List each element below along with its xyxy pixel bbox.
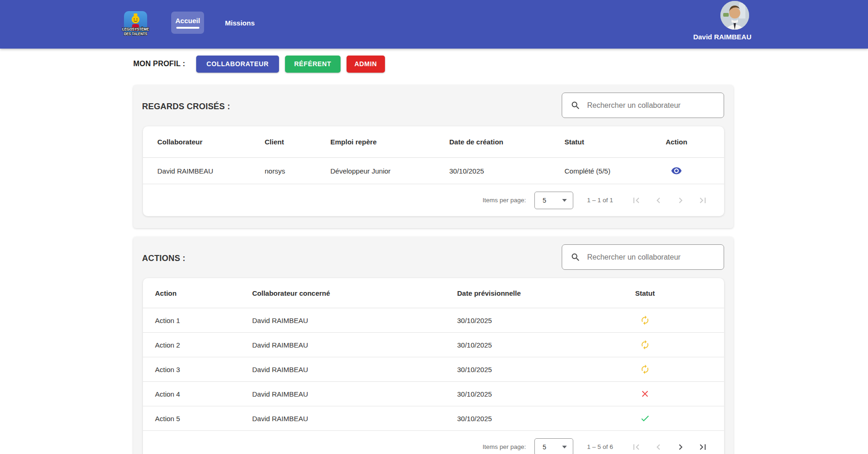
cell-collaborateur: David RAIMBEAU (157, 167, 265, 175)
nav-item-label: Accueil (175, 17, 200, 25)
actions-card: ACTIONS : Action Collaborateur concerné … (133, 237, 733, 454)
column-header: Date prévisionnelle (457, 289, 635, 297)
column-header: Statut (635, 289, 655, 297)
table-row: Action 2 David RAIMBEAU 30/10/2025 (143, 333, 724, 357)
cell-action: Action 5 (155, 415, 252, 423)
table-row: Action 3 David RAIMBEAU 30/10/2025 (143, 357, 724, 382)
regards-search-box (562, 93, 724, 118)
prev-page-icon (653, 442, 664, 453)
cell-date: 30/10/2025 (457, 317, 635, 324)
last-page-icon (697, 442, 708, 453)
next-page-icon (675, 442, 686, 453)
cell-date: 30/10/2025 (457, 390, 635, 398)
previous-page-button[interactable] (647, 189, 670, 211)
table-row: Action 1 David RAIMBEAU 30/10/2025 (143, 308, 724, 333)
column-header: Date de création (449, 138, 564, 146)
cell-collaborateur: David RAIMBEAU (252, 341, 457, 349)
cell-collaborateur: David RAIMBEAU (252, 390, 457, 398)
prev-page-icon (653, 195, 664, 206)
cell-action: Action 4 (155, 390, 252, 398)
cell-action: Action 2 (155, 341, 252, 349)
main-nav: Accueil Missions (171, 12, 259, 34)
cell-collaborateur: David RAIMBEAU (252, 317, 457, 324)
active-tab-underline (176, 27, 199, 29)
cell-action: Action 1 (155, 317, 252, 324)
close-icon (640, 389, 650, 399)
regards-croises-card: REGARDS CROISÉS : Collaborateur Client E… (133, 85, 733, 228)
sync-icon (640, 364, 650, 374)
first-page-button[interactable] (625, 436, 647, 454)
avatar-photo (720, 1, 749, 30)
page-range-label: 1 – 5 of 6 (587, 443, 613, 450)
sync-icon (640, 315, 650, 325)
table-row: Action 5 David RAIMBEAU 30/10/2025 (143, 406, 724, 431)
role-referent-button[interactable]: RÉFÉRENT (285, 56, 341, 73)
actions-search-box (562, 244, 724, 270)
first-page-icon (631, 442, 642, 453)
page-range-label: 1 – 1 of 1 (587, 197, 613, 204)
regards-paginator: Items per page: 5 1 – 1 of 1 (143, 184, 724, 216)
next-page-button[interactable] (670, 436, 692, 454)
user-name: David RAIMBEAU (693, 33, 751, 41)
items-per-page-label: Items per page: (483, 443, 526, 450)
page-size-select[interactable]: 5 (534, 438, 573, 454)
cell-statut: Complété (5/5) (564, 167, 665, 175)
column-header: Action (155, 289, 252, 297)
profile-label: MON PROFIL : (133, 60, 185, 68)
page-size-select[interactable]: 5 (534, 192, 573, 209)
logo-text-line2: DES TALENTS (124, 31, 147, 36)
first-page-button[interactable] (625, 189, 647, 211)
lego-logo-icon: LEGOSYSTÈME DES TALENTS (120, 11, 151, 37)
profile-row: MON PROFIL : COLLABORATEUR RÉFÉRENT ADMI… (133, 55, 391, 73)
table-row: Action 4 David RAIMBEAU 30/10/2025 (143, 382, 724, 406)
column-header: Collaborateur (157, 138, 265, 146)
last-page-button[interactable] (692, 436, 714, 454)
eye-icon (671, 165, 682, 176)
nav-item-accueil[interactable]: Accueil (171, 12, 204, 34)
avatar[interactable] (720, 1, 749, 30)
cell-date: 30/10/2025 (457, 341, 635, 349)
cell-date: 30/10/2025 (449, 167, 564, 175)
first-page-icon (631, 195, 642, 206)
regards-table: Collaborateur Client Emploi repère Date … (143, 126, 724, 216)
actions-table-header: Action Collaborateur concerné Date prévi… (143, 278, 724, 308)
regards-search-input[interactable] (587, 101, 717, 110)
previous-page-button[interactable] (647, 436, 670, 454)
page-size-value: 5 (543, 197, 546, 204)
search-icon (570, 252, 581, 262)
role-collaborateur-button[interactable]: COLLABORATEUR (196, 56, 279, 73)
nav-item-missions[interactable]: Missions (221, 12, 259, 34)
app-logo[interactable]: LEGOSYSTÈME DES TALENTS (120, 11, 151, 37)
items-per-page-label: Items per page: (483, 197, 526, 204)
actions-title: ACTIONS : (142, 254, 186, 263)
cell-collaborateur: David RAIMBEAU (252, 366, 457, 373)
table-row: David RAIMBEAU norsys Développeur Junior… (143, 158, 724, 184)
last-page-button[interactable] (692, 189, 714, 211)
page-size-value: 5 (543, 443, 546, 451)
role-admin-button[interactable]: ADMIN (347, 56, 385, 73)
column-header: Emploi repère (330, 138, 449, 146)
cell-emploi: Développeur Junior (330, 167, 449, 175)
column-header: Collaborateur concerné (252, 289, 457, 297)
sync-icon (640, 340, 650, 350)
user-block: David RAIMBEAU (693, 1, 751, 41)
next-page-button[interactable] (670, 189, 692, 211)
view-regard-button[interactable] (667, 162, 686, 180)
column-header: Client (265, 138, 330, 146)
actions-paginator: Items per page: 5 1 – 5 of 6 (143, 431, 724, 454)
column-header: Statut (564, 138, 665, 146)
cell-collaborateur: David RAIMBEAU (252, 415, 457, 423)
last-page-icon (697, 195, 708, 206)
dropdown-arrow-icon (562, 199, 567, 202)
actions-search-input[interactable] (587, 253, 717, 261)
cell-date: 30/10/2025 (457, 415, 635, 423)
top-navbar: LEGOSYSTÈME DES TALENTS Accueil Missions (0, 0, 868, 49)
cell-client: norsys (265, 167, 330, 175)
regards-croises-title: REGARDS CROISÉS : (142, 102, 230, 112)
search-icon (570, 100, 581, 111)
column-header: Action (665, 138, 688, 146)
cell-action: Action 3 (155, 366, 252, 373)
next-page-icon (675, 195, 686, 206)
nav-item-label: Missions (225, 19, 254, 27)
regards-table-header: Collaborateur Client Emploi repère Date … (143, 126, 724, 158)
